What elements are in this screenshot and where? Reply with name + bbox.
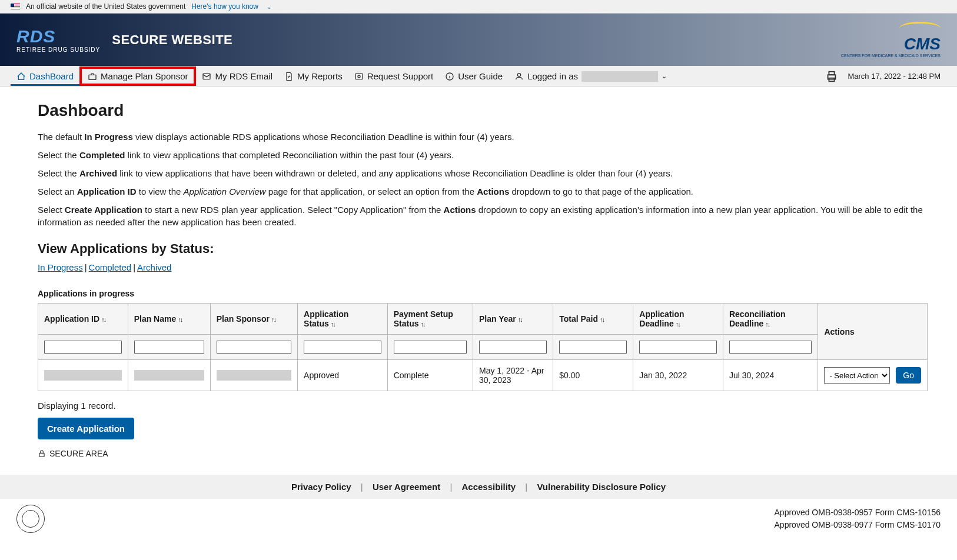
footer-vulnerability[interactable]: Vulnerability Disclosure Policy xyxy=(537,482,666,492)
col-header-app-status[interactable]: Application Status↑↓ xyxy=(298,304,388,335)
masked-value xyxy=(217,370,291,381)
action-select[interactable]: - Select Action - xyxy=(824,367,890,384)
svg-rect-0 xyxy=(89,75,96,79)
site-header: RDS RETIREE DRUG SUBSIDY SECURE WEBSITE … xyxy=(0,14,957,66)
table-label: Applications in progress xyxy=(38,289,928,298)
sort-icon: ↑↓ xyxy=(518,316,522,323)
nav-user-guide[interactable]: User Guide xyxy=(439,66,509,86)
svg-rect-2 xyxy=(355,74,363,79)
sort-icon: ↑↓ xyxy=(101,316,105,323)
cms-logo[interactable]: CMS CENTERS FOR MEDICARE & MEDICAID SERV… xyxy=(841,22,941,58)
intro-text: The default In Progress view displays ac… xyxy=(38,131,928,228)
status-links: In Progress|Completed|Archived xyxy=(38,262,928,272)
nav-bar: DashBoard Manage Plan Sponsor My RDS Ema… xyxy=(0,66,957,87)
nav-logged-in-label: Logged in as xyxy=(527,71,578,81)
status-in-progress-link[interactable]: In Progress xyxy=(38,262,83,272)
omb-line-2: Approved OMB-0938-0977 Form CMS-10170 xyxy=(775,519,941,531)
cms-sub: CENTERS FOR MEDICARE & MEDICAID SERVICES xyxy=(841,54,941,58)
filter-app-id[interactable] xyxy=(44,341,122,354)
page-title: Dashboard xyxy=(38,101,928,120)
col-header-total-paid[interactable]: Total Paid↑↓ xyxy=(553,304,633,335)
nav-dashboard-label: DashBoard xyxy=(29,71,74,81)
filter-plan-sponsor[interactable] xyxy=(217,341,291,354)
rds-brand-main: RDS xyxy=(16,26,100,46)
footer-agreement[interactable]: User Agreement xyxy=(373,482,440,492)
nav-my-rds-email[interactable]: My RDS Email xyxy=(196,66,278,86)
masked-value xyxy=(134,370,204,381)
cell-plan-name xyxy=(128,360,210,391)
svg-rect-9 xyxy=(829,71,835,75)
main-content: Dashboard The default In Progress view d… xyxy=(0,87,957,470)
col-header-payment-status[interactable]: Payment Setup Status↑↓ xyxy=(387,304,473,335)
filter-payment-status[interactable] xyxy=(394,341,467,354)
filter-app-status[interactable] xyxy=(304,341,381,354)
nav-datetime: March 17, 2022 - 12:48 PM xyxy=(848,72,941,81)
cms-text: CMS xyxy=(904,35,941,54)
cell-recon-deadline: Jul 30, 2024 xyxy=(723,360,818,391)
filter-plan-year[interactable] xyxy=(479,341,547,354)
col-header-actions: Actions xyxy=(818,304,928,360)
cms-swoosh-icon xyxy=(899,22,941,35)
footer-links: Privacy Policy | User Agreement | Access… xyxy=(0,475,957,499)
nav-logged-in[interactable]: Logged in as ⌄ xyxy=(509,66,673,86)
nav-guide-label: User Guide xyxy=(458,71,503,81)
gov-banner-text: An official website of the United States… xyxy=(26,2,185,11)
filter-app-deadline[interactable] xyxy=(639,341,717,354)
cell-total-paid: $0.00 xyxy=(553,360,633,391)
hhs-seal-icon[interactable] xyxy=(16,505,45,533)
sort-icon: ↑↓ xyxy=(178,316,182,323)
col-header-app-deadline[interactable]: Application Deadline↑↓ xyxy=(633,304,723,335)
status-archived-link[interactable]: Archived xyxy=(137,262,171,272)
footer-accessibility[interactable]: Accessibility xyxy=(461,482,516,492)
nav-email-label: My RDS Email xyxy=(215,71,273,81)
col-header-app-id[interactable]: Application ID↑↓ xyxy=(38,304,128,335)
cell-app-id[interactable] xyxy=(38,360,128,391)
user-icon xyxy=(514,72,524,81)
cell-payment-status: Complete xyxy=(387,360,473,391)
chevron-down-icon[interactable]: ⌄ xyxy=(267,4,271,10)
rds-brand-sub: RETIREE DRUG SUBSIDY xyxy=(16,46,100,53)
info-icon xyxy=(445,72,454,81)
footer-privacy[interactable]: Privacy Policy xyxy=(291,482,351,492)
go-button[interactable]: Go xyxy=(896,367,921,384)
intro-p4: Select an Application ID to view the App… xyxy=(38,185,928,198)
nav-manage-label: Manage Plan Sponsor xyxy=(101,71,188,81)
sort-icon: ↑↓ xyxy=(600,316,604,323)
create-application-button[interactable]: Create Application xyxy=(38,418,134,439)
status-completed-link[interactable]: Completed xyxy=(89,262,132,272)
sort-icon: ↑↓ xyxy=(765,321,769,328)
cell-app-status: Approved xyxy=(298,360,388,391)
rds-logo[interactable]: RDS RETIREE DRUG SUBSIDY xyxy=(16,26,100,53)
col-header-plan-sponsor[interactable]: Plan Sponsor↑↓ xyxy=(210,304,297,335)
sort-icon: ↑↓ xyxy=(421,321,425,328)
omb-text: Approved OMB-0938-0957 Form CMS-10156 Ap… xyxy=(775,506,941,531)
nav-manage-plan-sponsor[interactable]: Manage Plan Sponsor xyxy=(79,66,196,86)
how-you-know-link[interactable]: Here's how you know xyxy=(191,2,258,11)
col-header-plan-year[interactable]: Plan Year↑↓ xyxy=(473,304,553,335)
sort-icon: ↑↓ xyxy=(271,316,275,323)
col-header-recon-deadline[interactable]: Reconciliation Deadline↑↓ xyxy=(723,304,818,335)
briefcase-icon xyxy=(88,72,97,81)
cell-plan-sponsor xyxy=(210,360,297,391)
filter-recon-deadline[interactable] xyxy=(729,341,812,354)
nav-request-support[interactable]: Request Support xyxy=(348,66,440,86)
filter-total-paid[interactable] xyxy=(559,341,627,354)
nav-support-label: Request Support xyxy=(367,71,434,81)
secure-area-label: SECURE AREA xyxy=(38,449,928,458)
print-icon[interactable] xyxy=(825,70,838,83)
file-icon xyxy=(284,72,294,81)
secure-area-text: SECURE AREA xyxy=(49,449,108,458)
chevron-down-icon[interactable]: ⌄ xyxy=(662,72,667,80)
nav-my-reports[interactable]: My Reports xyxy=(278,66,348,86)
cell-plan-year: May 1, 2022 - Apr 30, 2023 xyxy=(473,360,553,391)
username-masked xyxy=(581,71,658,82)
col-header-plan-name[interactable]: Plan Name↑↓ xyxy=(128,304,210,335)
svg-rect-11 xyxy=(39,453,44,456)
intro-p3: Select the Archived link to view applica… xyxy=(38,167,928,179)
cell-actions: - Select Action - Go xyxy=(818,360,928,391)
nav-dashboard[interactable]: DashBoard xyxy=(11,66,79,86)
status-heading: View Applications by Status: xyxy=(38,241,928,256)
intro-p1: The default In Progress view displays ac… xyxy=(38,131,928,143)
nav-reports-label: My Reports xyxy=(297,71,343,81)
filter-plan-name[interactable] xyxy=(134,341,204,354)
